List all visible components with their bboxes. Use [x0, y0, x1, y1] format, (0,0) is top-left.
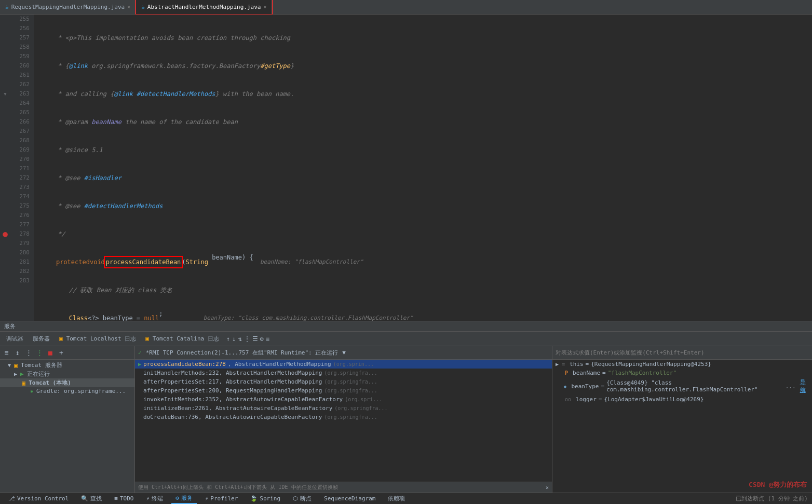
tree-content: ▼ ▣ Tomcat 服务器 ▶ ▶ 正在运行 ▣ Tomcat (本地): [0, 360, 134, 493]
stack-hint: 使用 Ctrl+Alt+↑同上箭头 和 Ctrl+Alt+↓同下箭头 从 IDE…: [135, 482, 552, 493]
gutter-266: [0, 117, 10, 127]
code-line-265: Class<?> beanType = null; beanType: "cla…: [39, 314, 812, 321]
stack-frame-0[interactable]: ▶ processCandidateBean:278 , AbstractHan…: [135, 360, 552, 369]
service-tree: ≡ ↕ ⋮ ⋮ ■ + ▼ ▣ Tomcat 服务器 ▶ ▶ 正在运行: [0, 346, 135, 493]
status-tab-service[interactable]: ⚙ 服务: [171, 493, 197, 504]
gutter-263: ▼: [0, 89, 10, 99]
gutter-256: [0, 24, 10, 33]
code-line-261: * @see #detectHandlerMethods: [39, 201, 812, 211]
toolbar-icon-settings[interactable]: ⚙: [260, 335, 264, 343]
status-tab-sequence[interactable]: SequenceDiagram: [320, 493, 380, 504]
status-tab-terminal[interactable]: ⚡ 终端: [142, 493, 167, 504]
code-line-262: */: [39, 229, 812, 239]
status-tab-breakpoints[interactable]: ⬡ 断点: [289, 493, 316, 504]
code-line-255: * <p>This implementation avoids bean cre…: [39, 33, 812, 43]
status-tab-vc[interactable]: ⎇ Version Control: [4, 493, 73, 504]
status-tab-todo[interactable]: ≡ TODO: [110, 493, 138, 504]
toolbar-btn-3[interactable]: ⋮: [24, 348, 33, 358]
toolbar-icon-filter2[interactable]: ☰: [252, 335, 258, 343]
call-stack-header: ✓ *RMI TCP Connection(2)-1...757 在组"RMI …: [135, 346, 552, 360]
toolbar-btn-6[interactable]: +: [57, 348, 66, 358]
var-beantype-link[interactable]: 导航: [800, 378, 809, 394]
gutter-280: [0, 248, 10, 257]
bottom-panel: 调试器 服务器 ▣ Tomcat Localhost 日志 ▣ Tomcat C…: [0, 332, 812, 493]
gutter-271: [0, 164, 10, 173]
tab-tomcat-catalina[interactable]: ▣ Tomcat Catalina 日志: [141, 332, 223, 346]
gutter-261: [0, 71, 10, 80]
var-beantype[interactable]: ◆ beanType = {Class@4049} "class com.mas…: [552, 377, 812, 395]
tree-item-running[interactable]: ▶ ▶ 正在运行: [0, 370, 134, 378]
toolbar-btn-2[interactable]: ↕: [13, 348, 22, 358]
tree-item-tomcat-server[interactable]: ▼ ▣ Tomcat 服务器: [0, 361, 134, 370]
variables-panel: 对表达式求值(Enter)或添加监视(Ctrl+Shift+Enter) ▶ ≡…: [552, 346, 812, 493]
tree-item-tomcat-local[interactable]: ▣ Tomcat (本地): [0, 378, 134, 387]
service-toolbar: ≡ ↕ ⋮ ⋮ ■ +: [0, 346, 134, 360]
stack-frame-3[interactable]: ▶ afterPropertiesSet:200, RequestMapping…: [135, 386, 552, 395]
code-scroll[interactable]: ▼ ●: [0, 15, 812, 321]
toolbar-icon-down[interactable]: ↓: [232, 335, 236, 343]
toolbar-icon-filter[interactable]: ⋮: [244, 335, 250, 343]
status-tab-find[interactable]: 🔍 查找: [77, 493, 106, 504]
tree-arrow-2: ▶: [14, 371, 17, 377]
tab-close-1[interactable]: ×: [127, 4, 130, 10]
code-line-260: * @see #isHandler: [39, 173, 812, 183]
editor-area: ▼ ●: [0, 15, 812, 321]
call-stack: ✓ *RMI TCP Connection(2)-1...757 在组"RMI …: [135, 346, 552, 493]
variables-header: 对表达式求值(Enter)或添加监视(Ctrl+Shift+Enter): [552, 346, 812, 360]
frame-filter-dropdown[interactable]: ▼: [342, 349, 346, 356]
var-this[interactable]: ▶ ≡ this = {RequestMappingHandlerMapping…: [552, 360, 812, 369]
code-line-258: * @param beanName the name of the candid…: [39, 117, 812, 127]
status-tab-spring[interactable]: 🍃 Spring: [246, 493, 285, 504]
tab-close-2[interactable]: ×: [263, 4, 266, 10]
toolbar-btn-1[interactable]: ≡: [2, 348, 11, 358]
tab-tomcat-local[interactable]: ▣ Tomcat Localhost 日志: [55, 332, 140, 346]
toolbar-icon-up[interactable]: ↑: [226, 335, 230, 343]
stack-frame-6[interactable]: ▶ doCreateBean:736, AbstractAutowireCapa…: [135, 413, 552, 421]
line-numbers: 255256257258259 260261262263264 26526626…: [10, 15, 34, 321]
gutter-276: [0, 211, 10, 220]
code-line-259: * @since 5.1: [39, 145, 812, 155]
bottom-tabs: 调试器 服务器 ▣ Tomcat Localhost 日志 ▣ Tomcat C…: [0, 332, 812, 346]
stack-frame-4[interactable]: ▶ invokeInitMethods:2352, AbstractAutowi…: [135, 395, 552, 404]
code-line-256: * {@link org.springframework.beans.facto…: [39, 61, 812, 71]
stack-frame-2[interactable]: ▶ afterPropertiesSet:217, AbstractHandle…: [135, 377, 552, 386]
gutter-270: [0, 155, 10, 164]
var-expand-this[interactable]: ▶: [556, 361, 559, 367]
gutter-257: [0, 33, 10, 43]
watermark: CSDN @努力的布布: [749, 480, 807, 489]
gutter-267: [0, 127, 10, 136]
stack-list: ▶ processCandidateBean:278 , AbstractHan…: [135, 360, 552, 482]
var-list: ▶ ≡ this = {RequestMappingHandlerMapping…: [552, 360, 812, 493]
toolbar-btn-4[interactable]: ⋮: [35, 348, 44, 358]
tab-server[interactable]: 服务器: [29, 332, 54, 346]
breakpoint-278[interactable]: ●: [3, 229, 8, 239]
gutter-269: [0, 145, 10, 155]
close-hint[interactable]: ×: [546, 485, 549, 491]
gutter-282: [0, 267, 10, 276]
code-line-264: // 获取 Bean 对应的 class 类名: [39, 285, 812, 295]
stack-frame-5[interactable]: ▶ initializeBean:2261, AbstractAutowireC…: [135, 404, 552, 413]
gutter-262: [0, 80, 10, 89]
tree-item-gradle[interactable]: ✱ Gradle: org.springframe...: [0, 387, 134, 395]
toolbar-icon-swap[interactable]: ⇅: [238, 335, 241, 343]
gutter-283: [0, 276, 10, 285]
code-container: ▼ ●: [0, 15, 812, 321]
toolbar-icon-more[interactable]: ≡: [266, 335, 269, 343]
var-logger[interactable]: oo logger = {LogAdapter$JavaUtilLog@4269…: [552, 395, 812, 404]
tab-debugger[interactable]: 调试器: [2, 332, 28, 346]
gutter-279: [0, 239, 10, 248]
expand-icon-263[interactable]: ▼: [4, 91, 6, 97]
var-beanname[interactable]: P beanName = "flashMapController": [552, 369, 812, 377]
tab-abstract-handler[interactable]: ☕ AbstractHandlerMethodMapping.java ×: [136, 0, 272, 14]
tab-request-mapping[interactable]: ☕ RequestMappingHandlerMapping.java ×: [0, 0, 136, 14]
gutter-281: [0, 257, 10, 267]
gutter-278: ●: [0, 229, 10, 239]
status-tab-deps[interactable]: 依赖项: [384, 493, 409, 504]
gutter-264: [0, 99, 10, 108]
gutter-274: [0, 192, 10, 201]
stack-frame-1[interactable]: ▶ initHandlerMethods:232, AbstractHandle…: [135, 369, 552, 377]
toolbar-btn-5[interactable]: ■: [46, 348, 55, 358]
status-tab-profiler[interactable]: ⚡ Profiler: [201, 493, 242, 504]
tab-bar: ☕ RequestMappingHandlerMapping.java × ☕ …: [0, 0, 812, 15]
gutter-268: [0, 136, 10, 145]
